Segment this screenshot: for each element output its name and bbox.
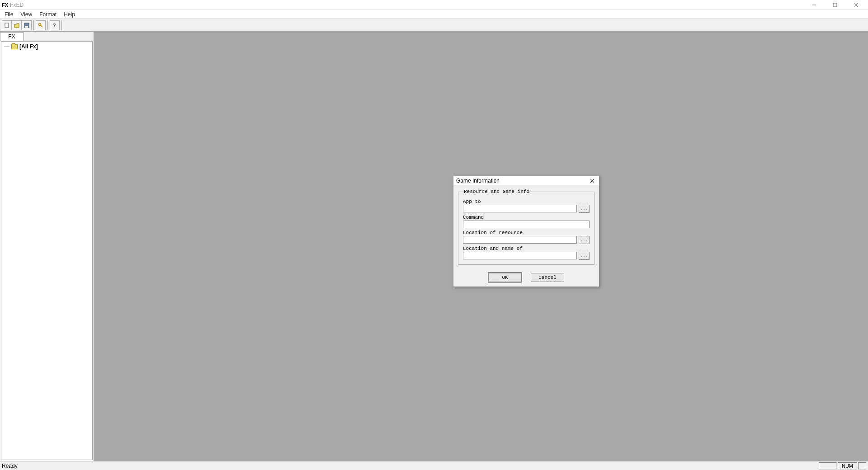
app-icon: FX (2, 2, 8, 8)
side-tabs: FX (0, 32, 94, 41)
tree-connector-icon: — (4, 43, 9, 50)
location-resource-browse-button[interactable]: ... (579, 236, 590, 244)
menu-file[interactable]: File (1, 10, 17, 19)
help-icon: ? (52, 22, 58, 28)
location-name-browse-button[interactable]: ... (579, 252, 590, 260)
folder-icon (11, 44, 18, 49)
open-file-button[interactable] (12, 20, 22, 30)
toolbar-separator (33, 20, 34, 30)
side-tab-spacer (24, 32, 94, 41)
status-cell-num: NUM (838, 462, 857, 470)
tree-root-label: [All Fx] (19, 43, 38, 50)
svg-rect-1 (833, 3, 837, 7)
svg-rect-4 (5, 23, 9, 28)
dialog-titlebar[interactable]: Game Information (453, 176, 599, 185)
open-file-icon (14, 22, 20, 28)
workspace: FX — [All Fx] Game Information Resource … (0, 32, 868, 461)
field-app-to: App to ... (463, 199, 590, 213)
toolbar-separator (61, 20, 62, 30)
location-name-input[interactable] (463, 252, 577, 259)
group-legend: Resource and Game info (463, 189, 530, 194)
status-left: Ready (2, 463, 18, 469)
tab-fx[interactable]: FX (0, 32, 24, 41)
new-file-button[interactable] (2, 20, 12, 30)
field-command: Command (463, 215, 590, 228)
close-button[interactable] (845, 0, 866, 10)
location-name-label: Location and name of (463, 246, 590, 251)
dialog-title: Game Information (456, 178, 500, 184)
field-location-name: Location and name of ... (463, 246, 590, 260)
location-resource-label: Location of resource (463, 230, 590, 235)
app-to-browse-button[interactable]: ... (579, 205, 590, 213)
svg-text:?: ? (53, 23, 56, 28)
resource-game-info-group: Resource and Game info App to ... Comman… (458, 189, 594, 265)
window-title: FxED (10, 2, 24, 8)
tree-root-item[interactable]: — [All Fx] (4, 43, 90, 50)
menu-format[interactable]: Format (36, 10, 60, 19)
game-information-dialog: Game Information Resource and Game info … (453, 176, 599, 287)
command-input[interactable] (463, 221, 590, 228)
status-cell-empty2 (858, 462, 866, 470)
new-file-icon (4, 22, 10, 28)
cancel-button[interactable]: Cancel (531, 273, 564, 282)
window-controls (804, 0, 866, 10)
key-button[interactable] (36, 20, 46, 30)
maximize-button[interactable] (825, 0, 845, 10)
minimize-button[interactable] (804, 0, 825, 10)
command-label: Command (463, 215, 590, 220)
close-icon (590, 179, 594, 183)
svg-line-8 (41, 25, 43, 27)
toolbar-separator (47, 20, 48, 30)
ok-button[interactable]: OK (488, 273, 522, 282)
location-resource-input[interactable] (463, 236, 577, 244)
field-location-resource: Location of resource ... (463, 230, 590, 244)
dialog-buttons: OK Cancel (453, 269, 599, 287)
key-icon (38, 22, 44, 28)
svg-rect-6 (25, 26, 28, 28)
menubar: File View Format Help (0, 10, 868, 19)
dialog-close-button[interactable] (588, 177, 596, 184)
menu-view[interactable]: View (17, 10, 36, 19)
window-titlebar: FX FxED (0, 0, 868, 10)
menu-help[interactable]: Help (60, 10, 79, 19)
dialog-body: Resource and Game info App to ... Comman… (453, 185, 599, 269)
tree-view[interactable]: — [All Fx] (1, 41, 93, 460)
app-to-input[interactable] (463, 205, 577, 212)
main-canvas: Game Information Resource and Game info … (94, 32, 868, 461)
statusbar: Ready NUM (0, 461, 868, 470)
toolbar: ? (0, 19, 868, 32)
save-file-icon (24, 22, 30, 28)
help-button[interactable]: ? (50, 20, 60, 30)
status-cell-empty1 (819, 462, 837, 470)
save-file-button[interactable] (22, 20, 32, 30)
app-to-label: App to (463, 199, 590, 204)
side-panel: FX — [All Fx] (0, 32, 94, 461)
